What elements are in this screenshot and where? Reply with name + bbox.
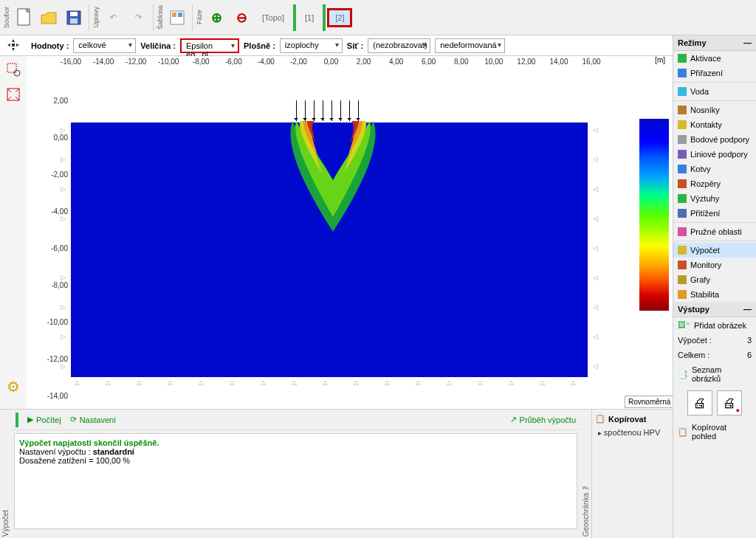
minimize-icon[interactable]: —: [743, 38, 752, 47]
image-list-button[interactable]: 📑Seznam obrázků: [673, 362, 756, 386]
edit-group-label: Úpravy: [92, 5, 100, 30]
add-phase-button[interactable]: ⊕: [205, 3, 228, 32]
mode-item-prunoblasti[interactable]: Pružné oblasti: [673, 224, 756, 239]
select-bar: Hodnoty : celkové Veličina : Epsilon eq.…: [0, 35, 756, 56]
ruler-y-tick: 2,00: [54, 97, 68, 105]
mode-label: Rozpěry: [690, 179, 721, 188]
ruler-y-tick: -12,00: [47, 355, 68, 363]
mode-icon: [678, 227, 687, 236]
hodnoty-label: Hodnoty :: [31, 41, 69, 50]
mode-item-kotvy[interactable]: Kotvy: [673, 162, 756, 176]
phase-tab-1[interactable]: [1]: [298, 9, 321, 27]
left-tools: [0, 56, 27, 112]
mode-label: Kotvy: [690, 165, 711, 173]
pan-icon[interactable]: [6, 38, 21, 54]
ruler-x-tick: -10,00: [158, 58, 179, 66]
mode-label: Bodové podpory: [690, 135, 749, 144]
mode-icon: [678, 106, 687, 114]
ruler-left: 2,000,00-2,00-4,00-6,00-8,00-10,00-12,00…: [56, 100, 68, 432]
settings-gear-button[interactable]: ⚙: [3, 376, 24, 397]
ruler-x-tick: 12,00: [517, 58, 535, 66]
phase-tab-2[interactable]: [2]: [327, 8, 352, 27]
mode-item-piten[interactable]: Přitížení: [673, 206, 756, 221]
template-group-label: Šablona: [157, 4, 164, 31]
phase-indicator: [323, 4, 326, 31]
redo-button[interactable]: ↷: [126, 3, 150, 32]
hodnoty-select[interactable]: celkové: [73, 38, 136, 53]
copy-hpv-item[interactable]: ▸ spočtenou HPV: [595, 427, 670, 438]
ruler-x-tick: 14,00: [549, 58, 568, 66]
x-unit-label: [m]: [655, 56, 665, 64]
ruler-x-tick: -8,00: [193, 58, 210, 66]
velicina-select[interactable]: Epsilon eq., pl.: [180, 38, 239, 53]
ruler-x-tick: 6,00: [422, 58, 436, 66]
svg-rect-7: [172, 13, 176, 17]
plot-area[interactable]: ▷◁▷◁▷◁▷◁▷◁▷◁▷◁▷◁▷◁△△△△△△△△△△△△△△△△△: [71, 123, 588, 377]
calculate-button[interactable]: ▶ Počítej: [27, 415, 61, 424]
right-panel: Režimy— AktivacePřiřazeníVodaNosníkyKont…: [673, 35, 756, 538]
mode-item-liniovpodpory[interactable]: Liniové podpory: [673, 147, 756, 162]
mode-label: Nosníky: [690, 106, 720, 114]
print-pdf-button[interactable]: 🖨●: [717, 390, 742, 415]
new-file-button[interactable]: [12, 3, 35, 32]
phases-group-label: Fáze: [196, 8, 203, 26]
sit-label: Síť :: [347, 41, 363, 50]
zoom-window-button[interactable]: [3, 59, 24, 80]
velicina-label: Veličina :: [140, 41, 176, 50]
undo-button[interactable]: ↶: [101, 3, 125, 32]
mode-label: Kontakty: [690, 120, 722, 129]
deform-select[interactable]: nedeformovaná: [435, 38, 505, 53]
ruler-x-tick: -4,00: [258, 58, 275, 66]
mode-item-grafy[interactable]: Grafy: [673, 272, 756, 287]
outputs-header: Výstupy—: [673, 302, 756, 317]
mode-item-voda[interactable]: Voda: [673, 84, 756, 99]
ruler-y-tick: 0,00: [54, 134, 68, 142]
ruler-x-tick: 10,00: [484, 58, 503, 66]
save-file-button[interactable]: [62, 3, 86, 32]
mode-icon: [678, 120, 687, 129]
minimize-icon[interactable]: —: [743, 305, 752, 314]
mode-item-monitory[interactable]: Monitory: [673, 258, 756, 272]
mode-label: Výztuhy: [690, 194, 719, 203]
mode-item-rozpry[interactable]: Rozpěry: [673, 176, 756, 191]
plosne-select[interactable]: izoplochy: [280, 38, 343, 53]
add-image-button[interactable]: 🖼⁺Přidat obrázek: [673, 317, 756, 333]
open-file-button[interactable]: [37, 3, 61, 32]
mode-icon: [678, 179, 687, 188]
copy-panel: 📋 Kopírovat ▸ spočtenou HPV: [591, 410, 673, 538]
output-total-row: Celkem :6: [673, 348, 756, 362]
ruler-x-tick: -16,00: [61, 58, 81, 66]
calc-settings-button[interactable]: ⟳ Nastavení: [70, 415, 117, 424]
mode-icon: [678, 290, 687, 299]
zoom-fit-button[interactable]: [3, 84, 24, 105]
remove-phase-button[interactable]: ⊖: [230, 3, 253, 32]
mode-item-aktivace[interactable]: Aktivace: [673, 51, 756, 66]
ruler-x-tick: -2,00: [290, 58, 307, 66]
mode-icon: [678, 194, 687, 203]
legend-bar: [639, 119, 669, 311]
mode-icon: [678, 54, 687, 63]
mode-item-piazen[interactable]: Přiřazení: [673, 66, 756, 80]
mode-item-bodovpodpory[interactable]: Bodové podpory: [673, 132, 756, 147]
log-load-line: Dosažené zatížení = 100,00 %: [19, 456, 572, 465]
mode-label: Přitížení: [690, 209, 720, 218]
mode-item-stabilita[interactable]: Stabilita: [673, 287, 756, 302]
ruler-y-tick: -4,00: [51, 207, 68, 215]
mode-item-kontakty[interactable]: Kontakty: [673, 117, 756, 132]
mode-icon: [678, 69, 687, 77]
mode-item-nosnky[interactable]: Nosníky: [673, 103, 756, 117]
mode-label: Přiřazení: [690, 69, 723, 77]
svg-rect-5: [70, 18, 78, 24]
mode-item-vztuhy[interactable]: Výztuhy: [673, 191, 756, 206]
bottom-panel-label: Výpočet: [0, 508, 11, 538]
sit-select[interactable]: (nezobrazovat): [368, 38, 430, 53]
mode-item-vpoet[interactable]: Výpočet: [673, 243, 756, 258]
calc-progress-button[interactable]: ↗ Průběh výpočtu: [510, 415, 576, 424]
copy-view-button[interactable]: 📋 Kopírovat pohled: [673, 420, 756, 444]
template-button[interactable]: [165, 3, 189, 32]
ruler-y-tick: -8,00: [51, 281, 68, 289]
print-button[interactable]: 🖨: [687, 390, 712, 415]
ruler-y-tick: -14,00: [47, 392, 68, 400]
log-settings-line: Nastavení výpočtu : standardní: [19, 447, 572, 456]
phase-tab-topo[interactable]: [Topo]: [255, 9, 292, 27]
